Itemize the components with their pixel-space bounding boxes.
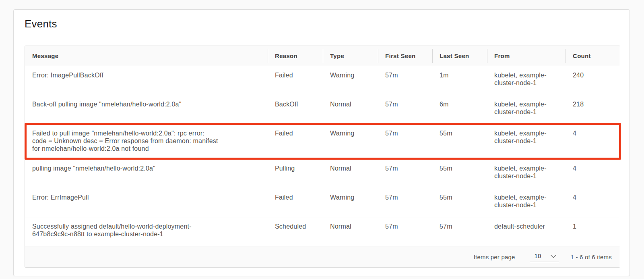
chevron-down-icon <box>551 255 556 258</box>
column-header: First Seen <box>378 46 432 66</box>
cell-message: Error: ImagePullBackOff <box>25 66 268 95</box>
cell-from: kubelet, example-cluster-node-1 <box>487 66 566 95</box>
column-header: From <box>487 46 566 66</box>
cell-type: Warning <box>323 124 378 159</box>
cell-count: 4 <box>566 159 620 188</box>
cell-type: Normal <box>323 217 378 246</box>
table-row: pulling image "nmelehan/hello-world:2.0a… <box>25 159 620 188</box>
column-header: Message <box>25 46 268 66</box>
table-footer: Items per page 10 1 - 6 of 6 items <box>25 246 620 267</box>
cell-message: Failed to pull image "nmelehan/hello-wor… <box>25 124 268 159</box>
cell-reason: Pulling <box>268 159 323 188</box>
cell-message: Error: ErrImagePull <box>25 188 268 217</box>
cell-reason: Failed <box>268 124 323 159</box>
cell-count: 218 <box>566 95 620 124</box>
cell-reason: Failed <box>268 66 323 95</box>
column-header: Last Seen <box>432 46 487 66</box>
pagination-range: 1 - 6 of 6 items <box>571 254 612 260</box>
items-per-page-label: Items per page <box>474 254 515 260</box>
cell-from: kubelet, example-cluster-node-1 <box>487 124 566 159</box>
cell-message: Successfully assigned default/hello-worl… <box>25 217 268 246</box>
cell-message: Back-off pulling image "nmelehan/hello-w… <box>25 95 268 124</box>
cell-last-seen: 55m <box>432 159 487 188</box>
cell-last-seen: 1m <box>432 66 487 95</box>
cell-type: Normal <box>323 159 378 188</box>
table-row: Error: ErrImagePull Failed Warning 57m 5… <box>25 188 620 217</box>
cell-type: Warning <box>323 188 378 217</box>
page-title: Events <box>25 18 57 30</box>
cell-count: 240 <box>566 66 620 95</box>
cell-count: 1 <box>566 217 620 246</box>
table-row: Failed to pull image "nmelehan/hello-wor… <box>25 124 620 159</box>
cell-from: kubelet, example-cluster-node-1 <box>487 95 566 124</box>
table-body: Error: ImagePullBackOff Failed Warning 5… <box>25 66 620 246</box>
page-size-value: 10 <box>535 252 541 259</box>
cell-from: kubelet, example-cluster-node-1 <box>487 188 566 217</box>
cell-last-seen: 55m <box>432 188 487 217</box>
column-header: Type <box>323 46 378 66</box>
table-row: Error: ImagePullBackOff Failed Warning 5… <box>25 66 620 95</box>
column-header: Count <box>566 46 620 66</box>
table-header-row: MessageReasonTypeFirst SeenLast SeenFrom… <box>25 46 620 66</box>
table-row: Back-off pulling image "nmelehan/hello-w… <box>25 95 620 124</box>
cell-count: 4 <box>566 188 620 217</box>
cell-last-seen: 6m <box>432 95 487 124</box>
table-row: Successfully assigned default/hello-worl… <box>25 217 620 246</box>
cell-first-seen: 57m <box>378 66 432 95</box>
cell-first-seen: 57m <box>378 188 432 217</box>
cell-first-seen: 57m <box>378 217 432 246</box>
events-table: MessageReasonTypeFirst SeenLast SeenFrom… <box>25 46 620 268</box>
cell-first-seen: 57m <box>378 124 432 159</box>
cell-count: 4 <box>566 124 620 159</box>
cell-last-seen: 55m <box>432 124 487 159</box>
page-size-select[interactable]: 10 <box>530 252 559 262</box>
cell-first-seen: 57m <box>378 159 432 188</box>
cell-reason: BackOff <box>268 95 323 124</box>
cell-message: pulling image "nmelehan/hello-world:2.0a… <box>25 159 268 188</box>
cell-type: Warning <box>323 66 378 95</box>
cell-from: kubelet, example-cluster-node-1 <box>487 159 566 188</box>
cell-type: Normal <box>323 95 378 124</box>
cell-last-seen: 57m <box>432 217 487 246</box>
events-card: Events MessageReasonTypeFirst SeenLast S… <box>13 9 630 276</box>
cell-first-seen: 57m <box>378 95 432 124</box>
column-header: Reason <box>268 46 323 66</box>
cell-from: default-scheduler <box>487 217 566 246</box>
cell-reason: Scheduled <box>268 217 323 246</box>
cell-reason: Failed <box>268 188 323 217</box>
